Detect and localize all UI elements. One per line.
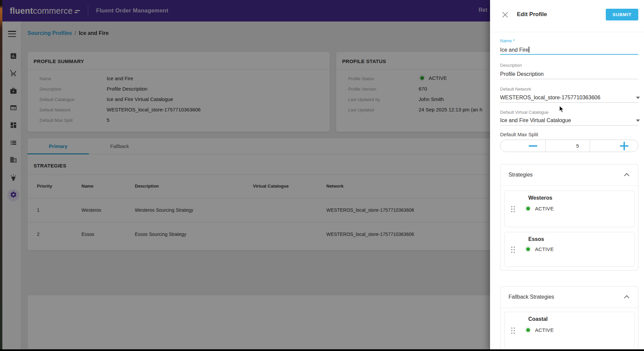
default-max-split-label: Default Max Split <box>500 132 538 137</box>
status-dot-halo <box>525 246 531 252</box>
decrement-button[interactable] <box>529 145 537 147</box>
chevron-down-icon[interactable] <box>636 119 640 122</box>
strategy-name: Essos <box>528 236 544 242</box>
description-input-underline <box>500 79 638 79</box>
strategy-status: ACTIVE <box>525 327 554 333</box>
drawer-title: Edit Profile <box>517 11 547 18</box>
status-text: ACTIVE <box>535 206 554 211</box>
strategy-card-coastal[interactable]: Coastal ACTIVE <box>504 312 635 349</box>
strategy-card-westeros[interactable]: Westeros ACTIVE <box>504 191 635 227</box>
description-field-label: Description <box>500 63 522 68</box>
increment-button[interactable] <box>620 142 629 150</box>
chevron-down-icon[interactable] <box>636 97 640 99</box>
active-status-dot <box>526 328 530 332</box>
fallback-strategies-group: Fallback Strategies Coastal ACTIVE <box>500 286 638 351</box>
fallback-group-header: Fallback Strategies <box>500 287 638 308</box>
status-dot-halo <box>525 205 531 212</box>
description-input[interactable]: Profile Description <box>500 71 544 77</box>
active-status-dot <box>526 207 530 210</box>
drag-handle-icon[interactable] <box>511 246 516 254</box>
drag-handle-icon[interactable] <box>511 205 516 213</box>
max-split-value: 5 <box>555 143 600 149</box>
name-input-underline <box>500 54 638 55</box>
max-split-stepper: 5 <box>500 140 638 152</box>
chevron-up-icon[interactable] <box>624 173 630 179</box>
mouse-cursor <box>559 105 566 113</box>
status-text: ACTIVE <box>535 327 554 333</box>
screen-edge-strip <box>0 0 2 351</box>
strategy-card-essos[interactable]: Essos ACTIVE <box>504 232 635 267</box>
stepper-divider <box>545 140 546 152</box>
active-status-dot <box>526 247 530 251</box>
default-virtual-catalogue-select[interactable]: Ice and Fire Virtual Catalogue <box>500 117 571 123</box>
strategy-status: ACTIVE <box>525 205 554 212</box>
default-network-label: Default Network <box>500 87 531 92</box>
submit-button[interactable]: SUBMIT <box>606 9 638 20</box>
name-field-label: Name * <box>500 38 515 43</box>
screen-bottom-bar <box>0 349 644 351</box>
default-network-underline <box>500 102 638 103</box>
strategy-status: ACTIVE <box>525 246 554 252</box>
strategies-group-header: Strategies <box>500 164 638 186</box>
close-icon[interactable] <box>501 11 509 18</box>
strategy-name: Westeros <box>528 195 552 201</box>
strategies-group: Strategies Westeros ACTIVE Essos ACTIVE <box>500 164 638 270</box>
default-network-select[interactable]: WESTEROS_local_store-1757710363606 <box>500 95 600 101</box>
fallback-group-title: Fallback Strategies <box>508 294 554 300</box>
chevron-up-icon[interactable] <box>624 295 630 301</box>
strategies-group-title: Strategies <box>508 172 533 178</box>
status-dot-halo <box>525 327 531 333</box>
drawer-backdrop[interactable] <box>0 0 490 351</box>
text-cursor <box>529 47 529 53</box>
default-virtual-catalogue-label: Default Virtual Catalogue <box>500 110 548 115</box>
drag-handle-icon[interactable] <box>511 327 516 335</box>
name-input[interactable]: Ice and Fire <box>500 47 529 53</box>
strategy-name: Coastal <box>528 316 548 322</box>
default-virtual-catalogue-underline <box>500 125 638 126</box>
status-text: ACTIVE <box>535 246 554 252</box>
drawer-header-divider <box>490 32 644 32</box>
edit-profile-drawer: Edit Profile SUBMIT Name * Ice and Fire … <box>490 0 644 351</box>
